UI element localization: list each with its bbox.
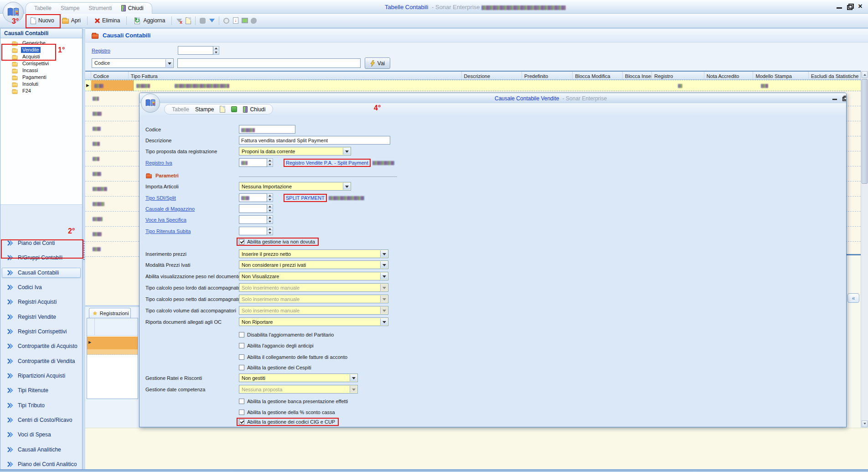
menu-item[interactable]: Stampe (61, 5, 79, 11)
banca-checkbox[interactable] (239, 399, 244, 404)
inserimento-prezzi-dropdown[interactable]: Inserire il prezzo netto (239, 249, 388, 258)
registrazioni-row[interactable] (87, 349, 138, 355)
save-book-icon[interactable] (231, 106, 237, 112)
causale-magazzino-input[interactable] (239, 204, 267, 213)
sidebar-nav-item[interactable]: Voci di Spesa (2, 430, 81, 440)
sidebar-nav-item[interactable]: R/Gruppi Contabili (2, 253, 81, 263)
cespiti-checkbox[interactable] (239, 365, 244, 370)
registrazioni-tab[interactable]: ★ Registrazioni (89, 308, 131, 318)
menu-item[interactable]: Strumenti (88, 5, 112, 11)
minimize-button[interactable] (836, 3, 842, 10)
column-header[interactable]: Modello Stampa (753, 72, 808, 79)
spinner-buttons[interactable] (267, 158, 273, 167)
registrazioni-selected-row[interactable]: ▶ (87, 337, 138, 349)
sidebar-nav-item[interactable]: Piano dei Conti Analitico (2, 459, 81, 469)
riporta-oc-dropdown[interactable]: Non Riportare (239, 317, 388, 326)
stamp-icon[interactable] (199, 17, 207, 25)
spinner-buttons[interactable] (213, 46, 219, 55)
dialog-menu-tabelle[interactable]: Tabelle (172, 106, 189, 113)
dropdown-arrow-icon[interactable] (343, 148, 350, 155)
sidebar-nav-item[interactable]: Causali Contabili (2, 268, 81, 278)
sidebar-nav-item[interactable]: Registri Vendite (2, 312, 81, 322)
dropdown-arrow-icon[interactable] (380, 273, 388, 280)
tipo-proposta-dropdown[interactable]: Proponi la data corrente (239, 147, 351, 156)
clear-filter-icon[interactable]: x (175, 17, 183, 25)
column-header[interactable]: Blocca Modifica (573, 72, 623, 79)
dropdown-arrow-icon[interactable] (350, 374, 357, 381)
selected-table-row[interactable]: ▶ (85, 80, 861, 91)
tipo-ritenuta-spinner[interactable] (239, 227, 273, 235)
tree-item[interactable]: Vendite (0, 47, 82, 53)
scroll-down-button[interactable] (862, 420, 868, 427)
anticipi-checkbox[interactable] (239, 343, 244, 348)
dropdown-arrow-icon[interactable] (165, 59, 173, 67)
cig-cup-checkbox[interactable] (239, 419, 244, 425)
voce-iva-input[interactable] (239, 215, 267, 224)
tipo-sdi-spinner[interactable] (239, 193, 273, 202)
sconto-cassa-checkbox[interactable] (239, 410, 244, 415)
partitario-checkbox[interactable] (239, 332, 244, 337)
voce-iva-spinner[interactable] (239, 215, 273, 224)
sidebar-nav-item[interactable]: Contropartite di Vendita (2, 356, 81, 366)
abilita-peso-dropdown[interactable]: Non Visualizzare (239, 272, 388, 280)
importa-articoli-dropdown[interactable]: Nessuna Importazione (239, 182, 351, 191)
vertical-scrollbar[interactable] (861, 71, 868, 428)
causale-magazzino-spinner[interactable] (239, 204, 273, 213)
sidebar-nav-item[interactable]: Ripartizioni Acquisti (2, 371, 81, 381)
column-header[interactable]: Predefinito (522, 72, 573, 79)
tree-item[interactable]: Acquisti (0, 53, 82, 60)
scroll-up-button[interactable] (862, 71, 868, 78)
sidebar-nav-item[interactable]: Codici Iva (2, 282, 81, 292)
tipo-sdi-link[interactable]: Tipo SDI/Split (145, 195, 176, 201)
sidebar-nav-item[interactable]: Tipi Tributo (2, 400, 81, 410)
download-icon[interactable]: ↓ (232, 17, 239, 25)
ratei-dropdown[interactable]: Non gestiti (239, 373, 358, 382)
aggiorna-button[interactable]: ↻ Aggiorna (130, 16, 168, 26)
tipo-ritenuta-link[interactable]: Tipo Ritenuta Subita (145, 228, 191, 234)
dropdown-arrow-icon[interactable] (380, 318, 388, 325)
clock-icon[interactable] (222, 17, 230, 25)
new-page-icon[interactable] (220, 106, 225, 113)
sidebar-nav-item[interactable]: Piano dei Conti (2, 238, 81, 248)
spinner-buttons[interactable] (267, 215, 273, 224)
shape-icon[interactable] (250, 17, 258, 25)
sidebar-nav-item[interactable]: Centri di Costo/Ricavo (2, 415, 81, 425)
column-header[interactable]: Escludi da Statistiche (809, 72, 861, 79)
search-input[interactable] (177, 58, 361, 68)
menu-item[interactable]: Tabelle (34, 5, 52, 11)
modalita-prezzi-dropdown[interactable]: Non considerare i prezzi ivati (239, 260, 388, 269)
monitor-icon[interactable] (241, 17, 248, 25)
tree-item[interactable]: Incassi (0, 67, 82, 74)
dialog-restore-button[interactable] (842, 95, 847, 101)
nuovo-button[interactable]: Nuovo (27, 16, 57, 26)
column-header[interactable]: Nota Accredito (704, 72, 754, 79)
registro-link[interactable]: Registro (92, 48, 110, 53)
registro-iva-spinner[interactable] (239, 158, 273, 167)
registro-spinner[interactable] (178, 46, 219, 55)
tree-item[interactable]: F24 (0, 88, 82, 94)
menu-chiudi[interactable]: Chiudi (121, 5, 144, 11)
dialog-menu-stampe[interactable]: Stampe (195, 106, 214, 113)
collapse-panel-button[interactable]: « (847, 293, 859, 303)
sidebar-nav-item[interactable]: Causali Analitiche (2, 444, 81, 454)
column-header[interactable]: Tipo Fattura (129, 72, 462, 79)
vai-button[interactable]: Vai (365, 57, 390, 69)
sidebar-nav-item[interactable]: Contropartite di Acquisto (2, 341, 81, 351)
registro-input[interactable] (178, 46, 213, 55)
causale-magazzino-link[interactable]: Causale di Magazzino (145, 206, 195, 212)
dialog-menu-chiudi[interactable]: Chiudi (243, 106, 265, 113)
apri-button[interactable]: Apri (59, 16, 84, 25)
spinner-buttons[interactable] (267, 193, 273, 202)
dropdown-arrow-icon[interactable] (380, 250, 388, 257)
sidebar-nav-item[interactable]: Registri Corrispettivi (2, 327, 81, 337)
restore-button[interactable] (847, 3, 853, 10)
spinner-buttons[interactable] (267, 227, 273, 235)
fatture-acconto-checkbox[interactable] (239, 354, 244, 360)
search-field-selector[interactable]: Codice (92, 58, 174, 68)
tree-item[interactable]: Generiche (0, 40, 82, 47)
column-header[interactable]: Codice (91, 72, 129, 79)
iva-non-dovuta-checkbox[interactable] (239, 239, 244, 244)
voce-iva-link[interactable]: Voce Iva Specifica (145, 217, 186, 223)
dropdown-arrow-icon[interactable] (380, 261, 388, 268)
tree-item[interactable]: Pagamenti (0, 74, 82, 81)
